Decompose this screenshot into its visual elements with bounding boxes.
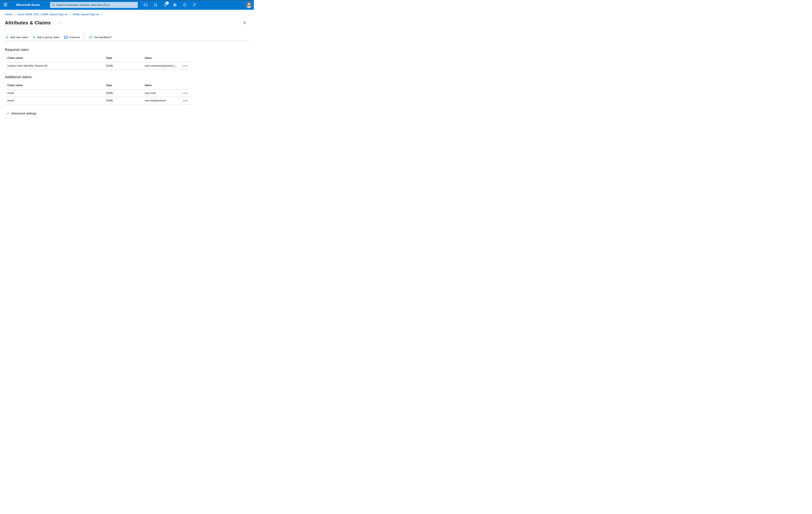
page-context-menu-button[interactable] — [57, 22, 61, 24]
svg-text:?: ? — [184, 4, 185, 6]
column-header-type: Type — [106, 84, 145, 87]
column-header-claim-name: Claim name — [5, 56, 106, 60]
toolbar-divider — [84, 35, 85, 40]
feedback-person-icon — [89, 35, 93, 39]
plus-icon — [33, 36, 36, 39]
breadcrumb-separator-icon: > — [14, 13, 16, 16]
required-claim-table: Claim name Type Value Unique User Identi… — [5, 54, 190, 70]
columns-button[interactable]: Columns — [62, 34, 82, 40]
column-header-type: Type — [106, 56, 145, 60]
additional-claims-heading: Additional claims — [5, 75, 249, 79]
help-button[interactable]: ? — [183, 3, 186, 7]
page-title: Attributes & Claims — [5, 20, 51, 26]
claim-type-cell: SAML — [106, 91, 145, 95]
close-icon — [243, 22, 246, 24]
feedback-button[interactable] — [193, 3, 196, 7]
row-context-menu-button[interactable] — [182, 99, 188, 103]
breadcrumb: Home > Azure SAML SSO | SAML-based Sign-… — [0, 10, 254, 16]
main-content: Required claim Claim name Type Value Uni… — [5, 48, 249, 115]
claim-value-cell: user.userprincipalname [... — [145, 64, 180, 67]
table-header-row: Claim name Type Value — [5, 54, 190, 62]
feedback-person-icon — [193, 3, 196, 7]
azure-top-bar: Microsoft Azure 6 — [0, 0, 254, 10]
breadcrumb-app-link[interactable]: Azure SAML SSO | SAML-based Sign-on — [17, 13, 68, 16]
page-header: Attributes & Claims — [5, 20, 246, 26]
avatar[interactable] — [246, 2, 252, 8]
advanced-settings-label: Advanced settings — [11, 112, 36, 115]
add-group-claim-button[interactable]: Add a group claim — [31, 34, 61, 40]
close-blade-button[interactable] — [242, 21, 246, 25]
ellipsis-icon — [183, 100, 184, 101]
avatar-person-icon — [246, 2, 252, 8]
columns-label: Columns — [69, 36, 80, 39]
add-group-claim-label: Add a group claim — [37, 36, 59, 39]
claim-type-cell: SAML — [106, 64, 145, 67]
search-input[interactable] — [56, 3, 136, 7]
table-row[interactable]: name SAML user.displayname — [5, 97, 190, 105]
required-claim-heading: Required claim — [5, 48, 249, 52]
claim-value-cell: user.mail — [145, 91, 180, 95]
got-feedback-button[interactable]: Got feedback? — [87, 34, 114, 40]
window-top-edge — [0, 0, 254, 0]
got-feedback-label: Got feedback? — [94, 36, 112, 39]
chevron-down-icon — [6, 113, 9, 114]
search-box[interactable] — [50, 2, 138, 8]
additional-claims-table: Claim name Type Value email SAML user.ma… — [5, 81, 190, 105]
ellipsis-icon — [183, 65, 184, 66]
claim-name-cell: Unique User Identifier (Name ID) — [5, 64, 106, 67]
table-header-row: Claim name Type Value — [5, 81, 190, 89]
row-context-menu-button[interactable] — [182, 64, 188, 68]
column-header-claim-name: Claim name — [5, 84, 106, 87]
claim-value-cell: user.displayname — [145, 99, 180, 102]
top-bar-icons: 6 — [144, 0, 196, 10]
notification-badge: 6 — [166, 1, 169, 5]
settings-button[interactable] — [173, 3, 177, 7]
ellipsis-icon — [183, 93, 184, 93]
breadcrumb-separator-icon: > — [101, 13, 102, 16]
hamburger-menu-button[interactable] — [4, 3, 7, 7]
search-icon — [52, 4, 55, 6]
columns-icon — [64, 36, 68, 39]
column-header-value: Value — [145, 84, 180, 87]
cloud-shell-icon — [144, 3, 148, 7]
help-icon: ? — [183, 3, 186, 7]
advanced-settings-toggle[interactable]: Advanced settings — [5, 111, 36, 115]
claim-name-cell: email — [5, 91, 106, 95]
plus-icon — [5, 36, 9, 39]
directory-filter-icon — [153, 3, 157, 7]
hamburger-icon — [4, 3, 7, 4]
column-header-value: Value — [145, 56, 180, 60]
table-row[interactable]: Unique User Identifier (Name ID) SAML us… — [5, 62, 190, 70]
directory-filter-button[interactable] — [153, 3, 157, 7]
add-new-claim-label: Add new claim — [10, 36, 28, 39]
command-bar: Add new claim Add a group claim Columns … — [5, 34, 249, 41]
ellipsis-icon — [58, 23, 59, 23]
cloud-shell-button[interactable] — [144, 3, 148, 7]
breadcrumb-home-link[interactable]: Home — [5, 13, 12, 16]
breadcrumb-separator-icon: > — [69, 13, 71, 16]
product-title: Microsoft Azure — [16, 0, 40, 10]
claim-name-cell: name — [5, 99, 106, 102]
gear-icon — [173, 3, 177, 7]
table-row[interactable]: email SAML user.mail — [5, 89, 190, 97]
notifications-button[interactable]: 6 — [163, 3, 167, 7]
row-context-menu-button[interactable] — [182, 91, 188, 95]
claim-type-cell: SAML — [106, 99, 145, 102]
add-new-claim-button[interactable]: Add new claim — [5, 34, 30, 40]
breadcrumb-signon-link[interactable]: SAML-based Sign-on — [73, 13, 99, 16]
